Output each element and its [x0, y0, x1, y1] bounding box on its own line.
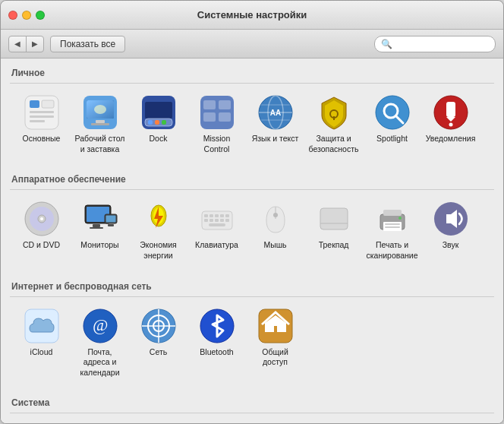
minimize-button[interactable] — [22, 11, 31, 20]
print-label: Печать и сканирование — [366, 240, 417, 261]
back-button[interactable]: ◀ — [8, 36, 27, 52]
svg-point-37 — [449, 123, 452, 127]
section-hardware-header: Аппаратное обеспечение — [10, 171, 494, 190]
item-print[interactable]: Печать и сканирование — [364, 196, 421, 265]
bluetooth-label: Bluetooth — [200, 347, 233, 358]
svg-rect-5 — [42, 100, 54, 108]
section-hardware: Аппаратное обеспечение CD и DVD — [10, 171, 494, 271]
svg-rect-13 — [145, 102, 172, 119]
section-system-items: Пользователи и группы ♿ Родительский кон… — [10, 419, 494, 423]
svg-rect-71 — [385, 223, 400, 225]
mail-label: Почта, адреса и календари — [74, 347, 125, 378]
section-system-header: Система — [10, 394, 494, 413]
svg-rect-62 — [225, 219, 229, 222]
lang-icon: АА — [257, 94, 294, 131]
item-desktop[interactable]: Рабочий стол и заставка — [71, 90, 128, 159]
item-update[interactable]: Обновление ПО — [188, 419, 245, 423]
item-lang[interactable]: АА Язык и текст — [247, 90, 304, 159]
svg-rect-55 — [215, 214, 219, 217]
notify-label: Уведомления — [426, 134, 476, 144]
svg-rect-11 — [91, 123, 109, 125]
item-spotlight[interactable]: Spotlight — [364, 90, 421, 159]
svg-rect-59 — [209, 219, 213, 222]
svg-rect-60 — [215, 219, 219, 222]
icloud-icon — [24, 308, 60, 344]
item-trackpad[interactable]: Трекпад — [305, 196, 362, 265]
item-parental[interactable]: ♿ Родительский контроль — [71, 419, 128, 423]
svg-rect-16 — [155, 120, 159, 125]
keyboard-icon — [199, 201, 235, 237]
item-mouse[interactable]: Мышь — [247, 196, 304, 265]
svg-rect-48 — [108, 224, 114, 226]
monitors-label: Мониторы — [80, 240, 118, 251]
svg-rect-47 — [106, 216, 115, 223]
svg-rect-66 — [320, 208, 348, 229]
svg-rect-2 — [30, 111, 54, 113]
titlebar: Системные настройки — [1, 1, 503, 30]
svg-rect-3 — [30, 115, 54, 118]
trackpad-label: Трекпад — [319, 240, 349, 251]
item-energy[interactable]: Экономия энергии — [130, 196, 187, 265]
trackpad-icon — [316, 201, 352, 237]
item-sharing[interactable]: Общий доступ — [247, 303, 304, 383]
main-window: Системные настройки ◀ ▶ Показать все 🔍 Л… — [0, 0, 504, 424]
item-osnov[interactable]: Основные — [13, 90, 70, 159]
item-mission[interactable]: Mission Control — [188, 90, 245, 159]
svg-text:@: @ — [92, 315, 107, 334]
sound-label: Звук — [443, 240, 459, 251]
osnov-label: Основные — [23, 134, 61, 144]
item-datetime[interactable]: 18 18 Дата и время — [130, 419, 187, 423]
svg-rect-53 — [204, 214, 208, 217]
toolbar: ◀ ▶ Показать все 🔍 — [1, 30, 503, 59]
osnov-icon — [24, 94, 60, 131]
item-timemachine[interactable]: Time Machine — [305, 419, 362, 423]
mission-icon — [199, 94, 235, 131]
svg-rect-72 — [385, 226, 400, 228]
item-dictation[interactable]: Диктовка и речь — [247, 419, 304, 423]
search-input[interactable] — [395, 39, 489, 49]
lang-label: Язык и текст — [252, 134, 299, 144]
svg-rect-1 — [30, 100, 39, 108]
window-title: Системные настройки — [197, 9, 307, 21]
svg-point-65 — [273, 213, 278, 217]
sharing-icon — [257, 308, 294, 344]
item-users[interactable]: Пользователи и группы — [13, 419, 70, 423]
item-startup[interactable]: Загрузочный том — [422, 419, 479, 423]
item-sound[interactable]: Звук — [422, 196, 479, 265]
notify-icon — [433, 94, 469, 131]
item-security[interactable]: Защита и безопасность — [305, 90, 362, 159]
section-internet-header: Интернет и беспроводная сеть — [10, 278, 494, 297]
item-bluetooth[interactable]: Bluetooth — [188, 303, 245, 383]
forward-button[interactable]: ▶ — [26, 36, 44, 52]
item-cddvd[interactable]: CD и DVD — [13, 196, 70, 265]
item-notify[interactable]: Уведомления — [422, 90, 479, 159]
traffic-lights — [8, 11, 45, 20]
show-all-button[interactable]: Показать все — [50, 36, 125, 52]
network-icon — [140, 308, 177, 344]
item-dock[interactable]: Dock — [130, 90, 187, 159]
svg-rect-57 — [225, 214, 229, 217]
dock-label: Dock — [150, 134, 168, 144]
network-label: Сеть — [150, 347, 167, 358]
section-personal: Личное Основные — [10, 65, 494, 165]
energy-icon — [140, 201, 177, 237]
item-monitors[interactable]: Мониторы — [71, 196, 128, 265]
desktop-label: Рабочий стол и заставка — [74, 134, 125, 154]
item-network[interactable]: Сеть — [130, 303, 187, 383]
item-access[interactable]: Универсальный доступ — [364, 419, 421, 423]
search-box[interactable]: 🔍 — [374, 36, 496, 52]
item-keyboard[interactable]: Клавиатура — [188, 196, 245, 265]
close-button[interactable] — [8, 11, 17, 20]
svg-point-73 — [398, 217, 402, 220]
svg-rect-20 — [219, 100, 231, 109]
item-mail[interactable]: @ Почта, адреса и календари — [71, 303, 128, 383]
section-personal-items: Основные Рабочий с — [10, 90, 494, 165]
maximize-button[interactable] — [36, 11, 45, 20]
svg-rect-63 — [209, 223, 225, 226]
keyboard-label: Клавиатура — [195, 240, 238, 251]
svg-point-31 — [376, 96, 409, 129]
svg-rect-54 — [209, 214, 213, 217]
search-icon: 🔍 — [381, 39, 392, 49]
security-icon — [316, 94, 352, 131]
item-icloud[interactable]: iCloud — [13, 303, 70, 383]
